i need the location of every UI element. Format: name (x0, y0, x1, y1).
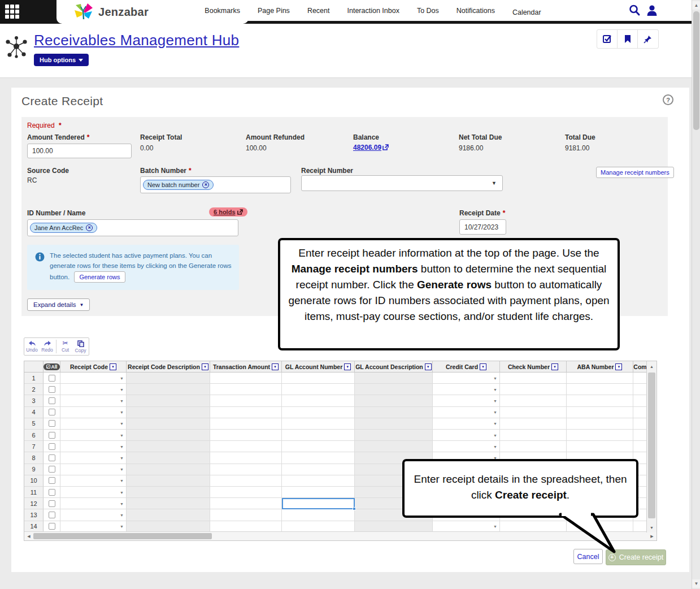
gl_account_number-cell[interactable] (282, 384, 355, 395)
transaction_amount-cell[interactable] (210, 464, 282, 475)
holds-badge[interactable]: 6 holds (209, 207, 247, 216)
bookmark-button[interactable] (618, 30, 638, 48)
student-chip[interactable]: Jane Ann AccRec ✕ (30, 223, 97, 233)
task-check-button[interactable] (597, 30, 618, 48)
transaction_amount-cell[interactable] (210, 475, 282, 487)
cancel-button[interactable]: Cancel (573, 549, 603, 564)
cell-dropdown-icon[interactable]: ▼ (120, 456, 124, 460)
cell-dropdown-icon[interactable]: ▼ (120, 467, 124, 471)
grid-horizontal-scrollbar[interactable]: ◀ ▶ (24, 531, 656, 540)
cell-dropdown-icon[interactable]: ▼ (120, 479, 124, 483)
row-checkbox[interactable] (49, 375, 55, 382)
credit_card-cell[interactable]: ▼ (433, 384, 500, 395)
receipt_code-cell[interactable]: ▼ (60, 487, 127, 498)
transaction_amount-cell[interactable] (210, 373, 282, 384)
create-receipt-button[interactable]: + Create receipt (606, 549, 666, 565)
nav-item-recent[interactable]: Recent (307, 7, 330, 15)
comments-cell[interactable] (633, 407, 647, 418)
filter-icon[interactable]: ▼ (272, 363, 279, 370)
page-scrollbar[interactable]: ▲ ▼ (692, 0, 700, 589)
gl_account_number-cell[interactable] (282, 521, 355, 532)
cell-dropdown-icon[interactable]: ▼ (120, 387, 124, 391)
comments-cell[interactable] (633, 430, 647, 441)
check-cell[interactable] (44, 464, 60, 475)
credit_card-cell[interactable]: ▼ (433, 521, 500, 532)
receipt_code-cell[interactable]: ▼ (60, 464, 127, 475)
column-header-gl_account_desc[interactable]: GL Account Description▼ (355, 361, 433, 372)
select-all-badge[interactable]: ✓All (44, 363, 60, 370)
check_number-cell[interactable] (500, 407, 567, 418)
selection-handle[interactable] (353, 507, 356, 510)
receipt-date-input[interactable] (459, 219, 506, 235)
filter-icon[interactable]: ▼ (551, 363, 558, 370)
search-icon[interactable] (628, 4, 641, 16)
cell-dropdown-icon[interactable]: ▼ (493, 525, 497, 529)
check-cell[interactable] (44, 441, 60, 452)
cell-dropdown-icon[interactable]: ▼ (493, 422, 497, 426)
row-checkbox[interactable] (49, 466, 55, 473)
receipt_code-cell[interactable]: ▼ (60, 452, 127, 464)
row-checkbox[interactable] (49, 386, 55, 393)
grid-vertical-scrollbar[interactable]: ▲ ▼ (646, 361, 656, 532)
column-header-receipt_code[interactable]: Receipt Code▼ (60, 361, 127, 372)
row-checkbox[interactable] (49, 500, 55, 507)
row-checkbox[interactable] (49, 454, 55, 461)
scroll-left-arrow-icon[interactable]: ◀ (24, 532, 33, 540)
filter-icon[interactable]: ▼ (202, 363, 208, 370)
transaction_amount-cell[interactable] (210, 407, 282, 418)
credit_card-cell[interactable]: ▼ (433, 407, 500, 418)
aba_number-cell[interactable] (567, 418, 633, 430)
gl_account_number-cell[interactable] (282, 373, 355, 384)
receipt_code-cell[interactable]: ▼ (60, 418, 127, 430)
undo-button[interactable]: Undo (24, 338, 40, 355)
credit_card-cell[interactable]: ▼ (433, 441, 500, 452)
cell-dropdown-icon[interactable]: ▼ (493, 387, 497, 391)
check_number-cell[interactable] (500, 418, 567, 430)
comments-cell[interactable] (633, 521, 647, 532)
copy-button[interactable]: Copy (73, 338, 88, 355)
receipt_code-cell[interactable]: ▼ (60, 430, 127, 441)
cut-button[interactable]: ✂ Cut (58, 338, 73, 355)
receipt_code-cell[interactable]: ▼ (60, 384, 127, 395)
receipt_code-cell[interactable]: ▼ (60, 407, 127, 418)
check_number-cell[interactable] (500, 430, 567, 441)
cell-dropdown-icon[interactable]: ▼ (493, 433, 497, 437)
cell-dropdown-icon[interactable]: ▼ (493, 444, 497, 448)
check-cell[interactable] (44, 395, 60, 406)
help-icon[interactable]: ? (663, 94, 673, 105)
app-launcher-grid-icon[interactable] (5, 5, 20, 20)
check-cell[interactable] (44, 430, 60, 441)
cell-dropdown-icon[interactable]: ▼ (120, 501, 124, 505)
cell-dropdown-icon[interactable]: ▼ (493, 399, 497, 403)
transaction_amount-cell[interactable] (210, 487, 282, 498)
receipt_code-cell[interactable]: ▼ (60, 395, 127, 406)
receipt_code-cell[interactable]: ▼ (60, 373, 127, 384)
cell-dropdown-icon[interactable]: ▼ (493, 376, 497, 380)
check_number-cell[interactable] (500, 395, 567, 406)
aba_number-cell[interactable] (567, 384, 633, 395)
row-checkbox[interactable] (49, 409, 55, 415)
hub-options-button[interactable]: Hub options (34, 54, 89, 66)
aba_number-cell[interactable] (567, 430, 633, 441)
cell-dropdown-icon[interactable]: ▼ (120, 513, 124, 517)
receipt-number-select[interactable]: ▼ (301, 175, 503, 191)
check-cell[interactable] (44, 418, 60, 430)
aba_number-cell[interactable] (567, 373, 633, 384)
row-checkbox[interactable] (49, 512, 55, 518)
filter-icon[interactable]: ▼ (110, 363, 116, 370)
row-checkbox[interactable] (49, 432, 55, 439)
check-cell[interactable] (44, 521, 60, 532)
gl_account_number-cell[interactable] (282, 487, 355, 498)
nav-item-bookmarks[interactable]: Bookmarks (205, 7, 240, 15)
transaction_amount-cell[interactable] (210, 452, 282, 464)
credit_card-cell[interactable]: ▼ (433, 373, 500, 384)
credit_card-cell[interactable]: ▼ (433, 395, 500, 406)
pin-button[interactable] (638, 30, 658, 48)
check_number-cell[interactable] (500, 384, 567, 395)
filter-icon[interactable]: ▼ (425, 363, 432, 370)
cell-dropdown-icon[interactable]: ▼ (120, 410, 124, 414)
check-cell[interactable] (44, 475, 60, 487)
nav-item-to-dos[interactable]: To Dos (417, 7, 439, 15)
row-checkbox[interactable] (49, 397, 55, 404)
expand-details-button[interactable]: Expand details ▼ (27, 298, 90, 311)
